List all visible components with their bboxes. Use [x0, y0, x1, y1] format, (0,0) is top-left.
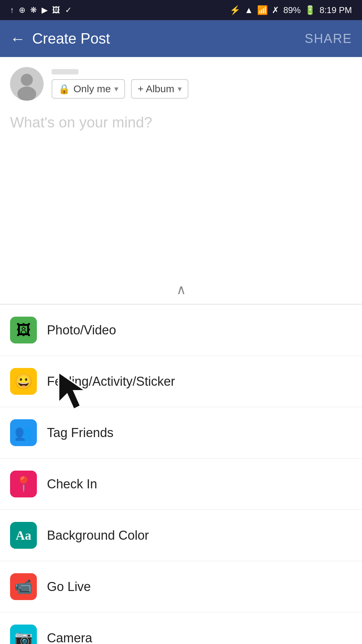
album-label: + Album — [138, 83, 174, 95]
privacy-button[interactable]: 🔒 Only me ▾ — [52, 79, 125, 99]
tag-friends-icon-symbol: 👥 — [14, 424, 33, 441]
status-bar: ↑ ⊕ ❋ ▶ 🖼 ✓ ⚡ ▲ 📶 ✗ 89% 🔋 8:19 PM — [0, 0, 362, 20]
signal2-icon: ✗ — [272, 5, 279, 15]
post-text-area[interactable]: What's on your mind? — [0, 107, 362, 275]
checkmark-icon: ✓ — [65, 5, 72, 15]
page-title: Create Post — [32, 30, 110, 47]
photo-video-icon: 🖼 — [10, 317, 37, 343]
menu-item-background-color[interactable]: Aa Background Color — [0, 510, 362, 561]
youtube-icon: ▶ — [42, 5, 48, 15]
photo-video-icon-symbol: 🖼 — [16, 322, 31, 338]
back-button[interactable]: ← — [10, 30, 25, 48]
tag-friends-label: Tag Friends — [47, 426, 114, 440]
wifi-icon: ▲ — [244, 5, 253, 15]
chevron-up-icon: ∧ — [176, 282, 186, 297]
action-menu: 🖼 Photo/Video 😀 Feeling/Activity/Sticker… — [0, 305, 362, 644]
status-left-icons: ↑ ⊕ ❋ ▶ 🖼 ✓ — [10, 5, 72, 15]
image-icon: 🖼 — [52, 5, 60, 15]
time-display: 8:19 PM — [319, 5, 352, 15]
collapse-arrow[interactable]: ∧ — [0, 275, 362, 304]
feeling-icon-symbol: 😀 — [14, 373, 33, 390]
battery-text: 89% — [283, 5, 301, 15]
composer-header: 🔒 Only me ▾ + Album ▾ — [0, 57, 362, 107]
feeling-label: Feeling/Activity/Sticker — [47, 374, 175, 389]
nav-bar: ← Create Post SHARE — [0, 20, 362, 57]
bluetooth-icon: ⚡ — [230, 5, 240, 15]
decorative-icon: ❋ — [30, 5, 37, 15]
background-color-icon: Aa — [10, 522, 37, 549]
menu-item-go-live[interactable]: 📹 Go Live — [0, 561, 362, 612]
composer-controls: 🔒 Only me ▾ + Album ▾ — [52, 69, 188, 99]
camera-label: Camera — [47, 631, 92, 644]
user-name — [52, 69, 78, 74]
go-live-label: Go Live — [47, 580, 91, 594]
background-color-icon-symbol: Aa — [16, 528, 31, 543]
share-button[interactable]: SHARE — [305, 32, 352, 46]
photo-video-label: Photo/Video — [47, 323, 116, 337]
user-avatar — [10, 67, 44, 101]
nav-left: ← Create Post — [10, 30, 110, 48]
wordpress-icon: ⊕ — [19, 5, 25, 15]
camera-icon: 📷 — [10, 625, 37, 644]
svg-point-2 — [17, 87, 36, 101]
album-button[interactable]: + Album ▾ — [131, 79, 188, 99]
tag-friends-icon: 👥 — [10, 419, 37, 446]
check-in-icon-symbol: 📍 — [14, 475, 33, 493]
menu-item-check-in[interactable]: 📍 Check In — [0, 459, 362, 510]
check-in-icon: 📍 — [10, 471, 37, 497]
check-in-label: Check In — [47, 477, 97, 491]
go-live-icon: 📹 — [10, 573, 37, 600]
menu-item-camera[interactable]: 📷 Camera — [0, 612, 362, 644]
menu-item-photo-video[interactable]: 🖼 Photo/Video — [0, 305, 362, 356]
album-dropdown-arrow: ▾ — [178, 84, 182, 94]
upload-icon: ↑ — [10, 5, 14, 15]
svg-point-1 — [21, 74, 33, 86]
background-color-label: Background Color — [47, 528, 149, 543]
status-right-info: ⚡ ▲ 📶 ✗ 89% 🔋 8:19 PM — [230, 5, 352, 15]
battery-icon: 🔋 — [305, 5, 315, 15]
menu-item-tag-friends[interactable]: 👥 Tag Friends — [0, 407, 362, 459]
go-live-icon-symbol: 📹 — [14, 578, 33, 595]
privacy-dropdown-arrow: ▾ — [114, 84, 118, 94]
lock-icon: 🔒 — [58, 84, 70, 95]
signal-icon: 📶 — [257, 5, 268, 15]
camera-icon-symbol: 📷 — [14, 629, 33, 644]
composer-buttons: 🔒 Only me ▾ + Album ▾ — [52, 79, 188, 99]
menu-item-feeling[interactable]: 😀 Feeling/Activity/Sticker — [0, 356, 362, 407]
feeling-icon: 😀 — [10, 368, 37, 395]
privacy-label: Only me — [73, 83, 111, 95]
